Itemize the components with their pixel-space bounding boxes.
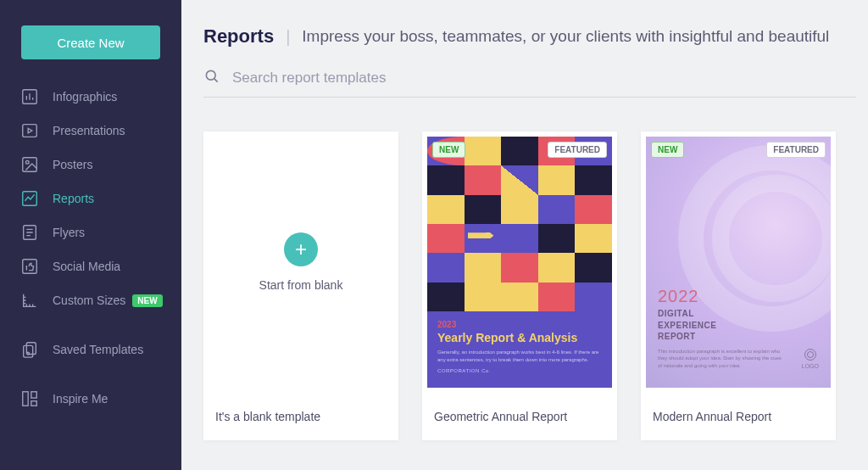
featured-badge: FEATURED (548, 142, 607, 158)
sidebar-item-posters[interactable]: Posters (0, 148, 181, 182)
sidebar-item-label: Posters (53, 158, 92, 171)
search-icon (203, 68, 232, 88)
bar-chart-icon (20, 87, 39, 106)
template-title: It's a blank template (203, 393, 398, 440)
tagline: Impress your boss, teammates, or your cl… (302, 27, 829, 46)
plus-icon: + (284, 232, 318, 266)
image-icon (20, 155, 39, 174)
nav-separator (0, 366, 181, 382)
svg-point-10 (27, 352, 30, 355)
line-chart-icon (20, 189, 39, 208)
grid-icon (20, 389, 39, 408)
featured-badge: FEATURED (766, 142, 826, 158)
template-title: Modern Annual Report (641, 393, 836, 440)
header: Reports | Impress your boss, teammates, … (203, 25, 868, 48)
sidebar-item-label: Saved Templates (53, 343, 143, 356)
modern-artwork: 2022 DIGITAL EXPERIENCE REPORT This intr… (646, 137, 831, 388)
geo-desc: Generally, an introduction paragraph wor… (437, 349, 602, 363)
new-badge: NEW (651, 142, 684, 158)
svg-rect-1 (23, 125, 37, 137)
modern-heading: DIGITAL EXPERIENCE REPORT (658, 308, 785, 343)
geo-heading: Yearly Report & Analysis (437, 331, 602, 346)
svg-point-14 (206, 70, 215, 80)
template-gallery: + Start from blank It's a blank template… (203, 131, 868, 440)
modern-year: 2022 (658, 287, 785, 306)
sidebar-item-presentations[interactable]: Presentations (0, 114, 181, 148)
document-icon (20, 223, 39, 242)
logo-icon: LOGO (802, 349, 819, 369)
template-title: Geometric Annual Report (422, 393, 617, 440)
template-preview: NEW FEATURED 2022 DIGITAL EXPERIENCE REP… (641, 131, 836, 393)
divider: | (286, 27, 290, 47)
sidebar-item-saved-templates[interactable]: Saved Templates (0, 333, 181, 366)
sidebar-item-flyers[interactable]: Flyers (0, 215, 181, 249)
new-badge: NEW (132, 294, 162, 307)
sidebar-item-label: Presentations (53, 124, 125, 137)
sidebar-item-label: Reports (53, 192, 94, 205)
sidebar-item-social-media[interactable]: Social Media (0, 249, 181, 283)
svg-rect-3 (23, 158, 37, 172)
template-preview: NEW FEATURED 2023 Yearly Report & Analys… (422, 131, 617, 393)
svg-rect-12 (31, 392, 36, 398)
nav-separator (0, 317, 181, 333)
geometric-artwork: 2023 Yearly Report & Analysis Generally,… (427, 137, 612, 388)
new-badge: NEW (432, 142, 465, 158)
svg-rect-9 (24, 345, 33, 357)
sidebar-item-label: Custom Sizes (53, 294, 125, 307)
page-title: Reports (203, 25, 274, 48)
search-bar[interactable] (203, 68, 856, 98)
template-card-modern[interactable]: NEW FEATURED 2022 DIGITAL EXPERIENCE REP… (641, 131, 836, 440)
search-input[interactable] (232, 70, 856, 87)
blank-preview: + Start from blank (203, 131, 398, 393)
svg-marker-2 (28, 128, 32, 133)
sidebar-item-label: Infographics (53, 90, 117, 104)
sidebar-item-label: Flyers (53, 226, 85, 239)
template-card-blank[interactable]: + Start from blank It's a blank template (203, 131, 398, 440)
svg-rect-11 (23, 392, 28, 406)
sidebar-item-inspire-me[interactable]: Inspire Me (0, 382, 181, 416)
thumbs-up-icon (20, 257, 39, 276)
geo-corp: CORPORATION Co. (437, 368, 602, 373)
sidebar: Create New Infographics Presentations Po… (0, 0, 181, 470)
sidebar-item-reports[interactable]: Reports (0, 182, 181, 215)
create-new-button[interactable]: Create New (21, 25, 160, 59)
sidebar-item-custom-sizes[interactable]: Custom Sizes NEW (0, 283, 181, 317)
presentation-icon (20, 121, 39, 140)
nav-list: Infographics Presentations Posters Repor… (0, 80, 181, 416)
template-card-geometric[interactable]: NEW FEATURED 2023 Yearly Report & Analys… (422, 131, 617, 440)
sidebar-item-infographics[interactable]: Infographics (0, 80, 181, 114)
modern-desc: This introduction paragraph is excellent… (658, 348, 785, 369)
main-content: Reports | Impress your boss, teammates, … (181, 0, 868, 470)
ruler-icon (20, 291, 39, 310)
geo-year: 2023 (437, 320, 602, 329)
sidebar-item-label: Social Media (53, 260, 120, 273)
svg-rect-13 (31, 401, 36, 406)
sidebar-item-label: Inspire Me (53, 392, 108, 406)
bookmark-icon (20, 340, 39, 359)
blank-preview-label: Start from blank (259, 278, 343, 292)
svg-point-4 (25, 160, 29, 164)
svg-rect-7 (23, 260, 37, 274)
